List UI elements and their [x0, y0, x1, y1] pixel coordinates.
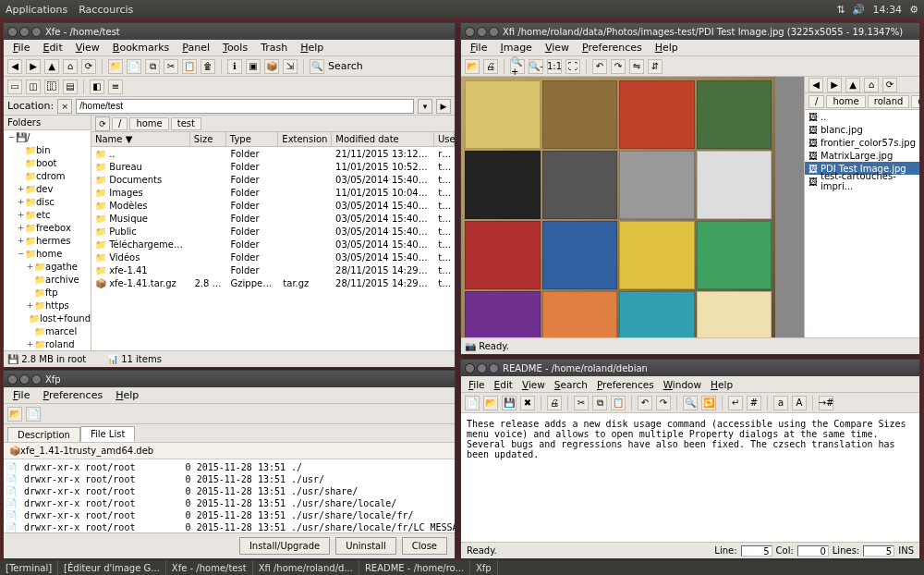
listing-row[interactable]: 📄 drwxr-xr-x root/root 0 2015-11-28 13:5…: [6, 497, 453, 509]
menu-panel[interactable]: Panel: [176, 41, 215, 55]
menu-edit[interactable]: Edit: [491, 378, 517, 391]
maximize-icon[interactable]: [31, 374, 42, 385]
file-listing[interactable]: 📄 drwxr-xr-x root/root 0 2015-11-28 13:5…: [4, 459, 455, 532]
copy-button[interactable]: ⧉: [145, 59, 160, 74]
file-row[interactable]: 📁 Modèles Folder 03/05/2014 15:40:34 tes: [91, 199, 455, 212]
refresh-button[interactable]: ⟳: [81, 59, 96, 74]
listing-row[interactable]: 📄 drwxr-xr-x root/root 0 2015-11-28 13:5…: [6, 509, 453, 521]
uninstall-button[interactable]: Uninstall: [335, 537, 396, 555]
open-button[interactable]: 📂: [465, 59, 480, 74]
close-icon[interactable]: [465, 363, 475, 373]
menu-edit[interactable]: Edit: [37, 41, 67, 55]
uppercase-button[interactable]: A: [792, 396, 807, 410]
col-date[interactable]: Modified date: [332, 132, 434, 146]
panel-mode-3[interactable]: ⿲: [44, 80, 59, 94]
tree-node-ftp[interactable]: 📁ftp: [4, 286, 91, 299]
menu-image[interactable]: Image: [494, 41, 537, 55]
close-icon[interactable]: [465, 27, 475, 37]
go-arrow-button[interactable]: ▶: [436, 99, 451, 114]
linenum-button[interactable]: #: [747, 396, 761, 410]
tree-node-boot[interactable]: 📁boot: [4, 156, 91, 169]
paste-button[interactable]: 📋: [182, 59, 197, 74]
image-viewport[interactable]: [461, 77, 804, 337]
panel-mode-4[interactable]: ▤: [63, 80, 78, 94]
home-button[interactable]: ⌂: [63, 59, 78, 74]
extract-button[interactable]: ⇲: [283, 59, 298, 74]
col-size[interactable]: Size: [190, 132, 226, 146]
close-icon[interactable]: [7, 27, 18, 37]
archive-button[interactable]: 📦: [264, 59, 279, 74]
menu-bookmarks[interactable]: Bookmarks: [107, 41, 175, 55]
print-button[interactable]: 🖨: [483, 59, 498, 74]
listing-row[interactable]: 📄 drwxr-xr-x root/root 0 2015-11-28 13:5…: [6, 461, 453, 473]
thumbs-refresh[interactable]: ⟳: [882, 78, 897, 92]
task-button[interactable]: [Terminal]: [0, 560, 58, 575]
menu-file[interactable]: File: [465, 41, 492, 55]
col-name[interactable]: Name ▼: [91, 132, 190, 146]
network-icon[interactable]: ⇅: [836, 4, 845, 16]
menu-view[interactable]: View: [540, 41, 575, 55]
file-row[interactable]: 📦 xfe-1.41.tar.gz 2.8 MB Gzipped Tar tar…: [91, 276, 455, 289]
apps-menu[interactable]: Applications: [6, 4, 67, 16]
thumbs-home[interactable]: ⌂: [864, 78, 879, 92]
delete-button[interactable]: 🗑: [201, 59, 215, 74]
menu-search[interactable]: Search: [551, 378, 591, 391]
back-button[interactable]: ◀: [7, 59, 22, 74]
new-file-button[interactable]: 📄: [465, 396, 480, 410]
properties-button[interactable]: ℹ: [227, 59, 242, 74]
tree-toggle-icon[interactable]: −: [7, 132, 16, 141]
goto-line-button[interactable]: →#: [819, 396, 833, 410]
tree-node-cdrom[interactable]: 📁cdrom: [4, 169, 91, 182]
menu-view[interactable]: View: [518, 378, 549, 391]
maximize-icon[interactable]: [489, 27, 499, 37]
task-button[interactable]: Xfi /home/roland/d...: [253, 560, 359, 575]
find-button[interactable]: 🔍: [683, 396, 698, 410]
tab-description[interactable]: Description: [7, 427, 80, 442]
breadcrumb-refresh[interactable]: ⟳: [95, 116, 110, 131]
menu-preferences[interactable]: Preferences: [37, 388, 108, 402]
thumbs-up[interactable]: ▲: [845, 78, 860, 92]
folder-tree[interactable]: Folders −💾/📁bin📁boot📁cdrom+📁dev+📁disc+📁e…: [4, 116, 91, 350]
close-icon[interactable]: [7, 374, 18, 385]
file-row[interactable]: 📁 Vidéos Folder 03/05/2014 15:40:34 tes: [91, 251, 455, 263]
task-button[interactable]: [Éditeur d'image G...: [58, 560, 166, 575]
thumb-item[interactable]: 🖼MatrixLarge.jpg: [805, 149, 919, 162]
recent-pkg-button[interactable]: 📄: [26, 407, 41, 422]
column-headers[interactable]: Name ▼ Size Type Extension Modified date…: [91, 132, 455, 147]
file-row[interactable]: 📁 Documents Folder 03/05/2014 15:40:34 t…: [91, 173, 455, 186]
flip-v-button[interactable]: ⇵: [648, 59, 663, 74]
tree-node-freebox[interactable]: +📁freebox: [4, 221, 91, 234]
power-icon[interactable]: ⚙: [909, 4, 918, 16]
col-type[interactable]: Type: [226, 132, 278, 146]
zoom-100-button[interactable]: 1:1: [547, 59, 562, 74]
listing-row[interactable]: 📄 drwxr-xr-x root/root 0 2015-11-28 13:5…: [6, 485, 453, 497]
panel-mode-1[interactable]: ▭: [7, 80, 22, 94]
task-button[interactable]: README - /home/ro...: [359, 560, 470, 575]
zoom-out-button[interactable]: 🔍-: [529, 59, 543, 74]
file-row[interactable]: 📁 Images Folder 11/01/2015 10:04:17 tes: [91, 186, 455, 199]
editor-textarea[interactable]: These release adds a new disk usage comm…: [461, 413, 919, 542]
shortcuts-menu[interactable]: Raccourcis: [79, 4, 133, 16]
tree-toggle-icon[interactable]: +: [26, 339, 34, 349]
file-row[interactable]: 📁 Public Folder 03/05/2014 15:40:34 tes: [91, 225, 455, 238]
menu-view[interactable]: View: [70, 41, 105, 55]
minimize-icon[interactable]: [19, 374, 30, 385]
tree-node-marcel[interactable]: 📁marcel: [4, 324, 91, 337]
clear-location-button[interactable]: ×: [57, 99, 72, 114]
minimize-icon[interactable]: [19, 27, 30, 37]
tree-node-/[interactable]: −💾/: [4, 130, 91, 143]
tree-node-lost+found[interactable]: 📁lost+found: [4, 312, 91, 324]
flip-h-button[interactable]: ⇋: [629, 59, 644, 74]
crumb-test[interactable]: test: [171, 117, 201, 130]
tab-filelist[interactable]: File List: [80, 426, 135, 442]
tree-toggle-icon[interactable]: +: [17, 210, 25, 219]
forward-button[interactable]: ▶: [26, 59, 41, 74]
thumb-item[interactable]: 🖼frontier_color57s.jpg: [805, 136, 919, 149]
zoom-in-button[interactable]: 🔍+: [510, 59, 525, 74]
tree-node-https[interactable]: +📁https: [4, 299, 91, 312]
crumb-roland[interactable]: roland: [868, 95, 910, 108]
tree-toggle-icon[interactable]: +: [26, 262, 34, 271]
lowercase-button[interactable]: a: [773, 396, 788, 410]
tree-toggle-icon[interactable]: +: [17, 197, 25, 206]
cut-button[interactable]: ✂: [574, 396, 589, 410]
